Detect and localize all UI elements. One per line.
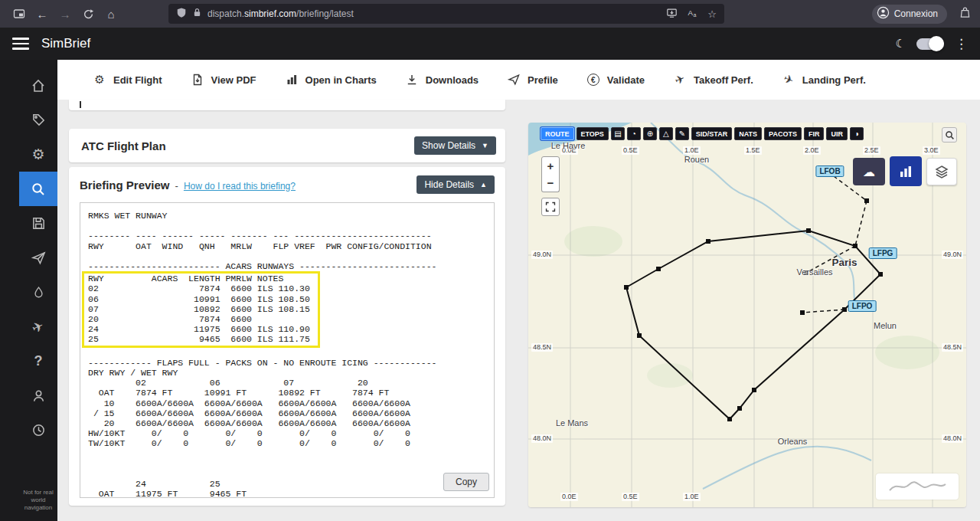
sidebar-item-fuel[interactable] [19, 275, 57, 310]
charts-layer-button[interactable] [890, 156, 922, 186]
map-draw-icon[interactable]: ✎ [675, 127, 689, 140]
map-fir-button[interactable]: FIR [804, 127, 825, 140]
hamburger-menu-icon[interactable] [12, 38, 29, 50]
map-search-button[interactable] [942, 127, 957, 143]
zoom-out-button[interactable]: − [541, 174, 560, 192]
toolbar-label: Validate [607, 74, 645, 86]
toolbar-edit-flight[interactable]: ⚙ Edit Flight [93, 73, 162, 87]
paper-plane-icon [507, 73, 521, 87]
lock-icon [192, 7, 202, 21]
bag-icon[interactable] [959, 6, 971, 21]
briefing-card-title: Briefing Preview [80, 179, 170, 192]
sidebar-item-save[interactable] [19, 206, 57, 241]
window-icon[interactable] [9, 4, 29, 24]
sidebar-item-send[interactable] [19, 241, 57, 275]
map-watermark [876, 473, 959, 500]
briefing-text-container[interactable]: RMKS WET RUNWAY -------- ---- ------ ---… [80, 202, 495, 498]
nav-toolbar: ⚙ Edit Flight View PDF Open in Charts Do… [57, 60, 980, 100]
map-daynight-icon[interactable]: ◑ [850, 127, 864, 140]
airport-label-lfpo[interactable]: LFPO [848, 300, 877, 312]
toolbar-label: Edit Flight [113, 74, 162, 86]
url-bar[interactable]: dispatch.simbrief.com/briefing/latest Aa… [168, 4, 724, 24]
map-pages-icon[interactable]: ▤ [611, 127, 625, 140]
weather-layer-button[interactable]: ☁ [853, 158, 885, 185]
bookmark-star-icon[interactable]: ☆ [707, 8, 717, 20]
sidebar-item-home[interactable] [19, 68, 57, 103]
copy-button[interactable]: Copy [443, 473, 489, 491]
map-etops-button[interactable]: ETOPS [577, 127, 609, 140]
show-details-button[interactable]: Show Details▼ [414, 136, 496, 155]
city-label-rouen: Rouen [684, 155, 709, 164]
main-content: ATC Flight Plan Show Details▼ Briefing P… [57, 100, 980, 521]
home-icon[interactable]: ⌂ [101, 4, 121, 24]
toolbar-prefile[interactable]: Prefile [507, 73, 558, 87]
grid-label: 49.0N [531, 251, 553, 259]
grid-label: 1.0E [683, 146, 701, 155]
save-to-device-icon[interactable] [666, 8, 678, 21]
grid-label: 2.0E [803, 146, 821, 155]
refresh-icon[interactable] [78, 4, 98, 24]
svg-text:A: A [688, 8, 694, 16]
forward-icon[interactable]: → [55, 4, 75, 24]
toolbar-landing-perf[interactable]: ✈ Landing Perf. [782, 73, 866, 87]
sidebar: ⚙ ✈ ? Not for real world navigation [0, 60, 57, 521]
route-map[interactable]: 0.0E 0.5E 1.0E 1.5E 2.0E 2.5E 3.0E 0.0E … [528, 123, 966, 507]
layers-icon [934, 164, 949, 179]
toolbar-view-pdf[interactable]: View PDF [191, 73, 256, 87]
euro-validate-icon: € [586, 73, 600, 87]
grid-label: 48.0N [531, 434, 553, 443]
document-icon [191, 73, 204, 87]
toolbar-open-in-charts[interactable]: Open in Charts [285, 73, 377, 87]
dark-mode-toggle[interactable] [916, 38, 944, 50]
sidebar-item-tags[interactable] [19, 103, 57, 137]
clock-icon [31, 423, 46, 437]
map-pacots-button[interactable]: PACOTS [764, 127, 802, 140]
briefing-help-link[interactable]: How do I read this briefing? [184, 181, 296, 192]
briefing-text: RMKS WET RUNWAY -------- ---- ------ ---… [88, 211, 486, 498]
grid-label: 2.5E [863, 146, 880, 155]
sidebar-item-takeoff[interactable]: ✈ [19, 310, 57, 344]
hide-details-button[interactable]: Hide Details▲ [416, 175, 495, 194]
app-title: SimBrief [41, 36, 90, 51]
layers-button[interactable] [926, 158, 957, 185]
overflow-menu-icon[interactable]: ⋮ [955, 36, 968, 52]
city-label-paris: Paris [831, 257, 857, 268]
airport-label-lfob[interactable]: LFOB [815, 165, 844, 177]
url-text: dispatch.simbrief.com/briefing/latest [207, 8, 661, 19]
sidebar-item-help[interactable]: ? [19, 344, 57, 378]
toolbar-validate[interactable]: € Validate [586, 73, 645, 87]
briefing-text-after: ------------ FLAPS FULL - PACKS ON - NO … [88, 358, 436, 498]
browser-chrome: ← → ⌂ dispatch.simbrief.com/briefing/lat… [0, 0, 980, 28]
map-uir-button[interactable]: UIR [826, 127, 848, 140]
connexion-button[interactable]: Connexion [872, 5, 947, 24]
zoom-in-button[interactable]: + [541, 156, 560, 175]
map-clock-icon[interactable]: ◔ [627, 127, 641, 140]
sidebar-disclaimer: Not for real world navigation [17, 489, 60, 512]
back-icon[interactable]: ← [32, 4, 52, 24]
text-cursor-mark [80, 101, 81, 108]
sidebar-item-account[interactable] [19, 378, 57, 413]
map-route-button[interactable]: ROUTE [541, 127, 574, 140]
grid-label: 48.5N [942, 343, 963, 352]
briefing-acars-highlight: RWY ACARS LENGTH PMRLW NOTES 02 7874 660… [82, 271, 320, 347]
city-label-le-mans: Le Mans [556, 418, 588, 428]
map-nats-button[interactable]: NATS [734, 127, 762, 140]
map-globe-icon[interactable]: ⊕ [643, 127, 657, 140]
fullscreen-button[interactable] [541, 198, 560, 216]
sidebar-item-history[interactable] [19, 413, 57, 447]
toolbar-downloads[interactable]: Downloads [405, 73, 479, 87]
translate-icon[interactable]: Aa [687, 8, 698, 21]
takeoff-plane-icon: ✈ [671, 70, 688, 88]
toolbar-label: Open in Charts [305, 74, 377, 86]
airport-label-lfpg[interactable]: LFPG [869, 247, 897, 259]
map-hazards-icon[interactable]: △ [659, 127, 673, 140]
toolbar-label: Downloads [426, 74, 479, 86]
toolbar-label: Landing Perf. [802, 74, 866, 86]
map-sidstar-button[interactable]: SID/STAR [691, 127, 732, 140]
sidebar-item-search[interactable] [19, 172, 57, 206]
toolbar-label: Prefile [528, 74, 558, 86]
sidebar-item-settings[interactable]: ⚙ [19, 137, 57, 172]
toolbar-takeoff-perf[interactable]: ✈ Takeoff Perf. [673, 73, 753, 87]
grid-label: 49.0N [942, 251, 963, 259]
briefing-text-before: RMKS WET RUNWAY -------- ---- ------ ---… [88, 211, 436, 271]
